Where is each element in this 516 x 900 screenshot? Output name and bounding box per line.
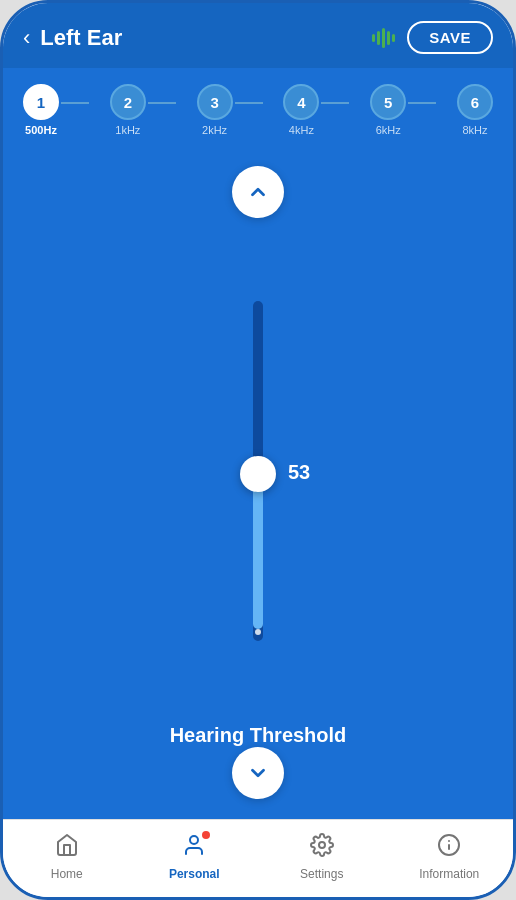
freq-circle-2[interactable]: 2 <box>110 84 146 120</box>
header-left: ‹ Left Ear <box>23 25 122 51</box>
threshold-label-container: Hearing Threshold <box>150 724 367 747</box>
freq-circle-3[interactable]: 3 <box>197 84 233 120</box>
freq-circle-5[interactable]: 5 <box>370 84 406 120</box>
freq-label-4khz: 4kHz <box>289 124 314 136</box>
freq-step-2khz[interactable]: 3 2kHz <box>197 84 233 136</box>
device-frame: ‹ Left Ear SAVE 1 500Hz 2 1kHz 3 2kHz <box>0 0 516 900</box>
back-button[interactable]: ‹ <box>23 25 30 51</box>
track-fill <box>253 469 263 629</box>
nav-item-information[interactable]: Information <box>386 833 514 881</box>
freq-circle-6[interactable]: 6 <box>457 84 493 120</box>
header: ‹ Left Ear SAVE <box>3 3 513 68</box>
page-title: Left Ear <box>40 25 122 51</box>
freq-label-500hz: 500Hz <box>25 124 57 136</box>
settings-icon <box>310 833 334 863</box>
main-content: 53 Hearing Threshold <box>3 146 513 819</box>
chevron-up-icon <box>247 181 269 203</box>
nav-label-home: Home <box>51 867 83 881</box>
header-right: SAVE <box>372 21 493 54</box>
freq-label-6khz: 6kHz <box>376 124 401 136</box>
notification-dot <box>202 831 210 839</box>
slider-value-label: 53 <box>288 461 310 484</box>
freq-circle-4[interactable]: 4 <box>283 84 319 120</box>
nav-item-personal[interactable]: Personal <box>131 833 259 881</box>
sound-bar-2 <box>377 31 380 45</box>
freq-step-6khz[interactable]: 5 6kHz <box>370 84 406 136</box>
freq-label-8khz: 8kHz <box>462 124 487 136</box>
personal-icon <box>182 833 206 863</box>
track-bottom-dot <box>255 629 261 635</box>
nav-item-home[interactable]: Home <box>3 833 131 881</box>
nav-item-settings[interactable]: Settings <box>258 833 386 881</box>
slider-track[interactable]: 53 <box>249 301 267 641</box>
sound-bar-1 <box>372 34 375 42</box>
sound-wave-icon <box>372 28 395 48</box>
decrease-button[interactable] <box>232 747 284 799</box>
sound-bar-4 <box>387 31 390 45</box>
svg-point-1 <box>319 842 325 848</box>
freq-label-2khz: 2kHz <box>202 124 227 136</box>
slider-container: 53 <box>3 218 513 724</box>
freq-label-1khz: 1kHz <box>115 124 140 136</box>
nav-label-information: Information <box>419 867 479 881</box>
slider-thumb[interactable] <box>240 456 276 492</box>
nav-label-settings: Settings <box>300 867 343 881</box>
freq-step-1khz[interactable]: 2 1kHz <box>110 84 146 136</box>
sound-bar-3 <box>382 28 385 48</box>
freq-step-4khz[interactable]: 4 4kHz <box>283 84 319 136</box>
freq-step-500hz[interactable]: 1 500Hz <box>23 84 59 136</box>
sound-bar-5 <box>392 34 395 42</box>
freq-step-8khz[interactable]: 6 8kHz <box>457 84 493 136</box>
freq-circle-1[interactable]: 1 <box>23 84 59 120</box>
bottom-navigation: Home Personal Settings <box>3 819 513 897</box>
save-button[interactable]: SAVE <box>407 21 493 54</box>
home-icon <box>55 833 79 863</box>
chevron-down-icon <box>247 762 269 784</box>
svg-point-0 <box>190 836 198 844</box>
information-icon <box>437 833 461 863</box>
increase-button[interactable] <box>232 166 284 218</box>
nav-label-personal: Personal <box>169 867 220 881</box>
frequency-bar: 1 500Hz 2 1kHz 3 2kHz 4 4kHz 5 6kHz 6 8k… <box>3 68 513 146</box>
